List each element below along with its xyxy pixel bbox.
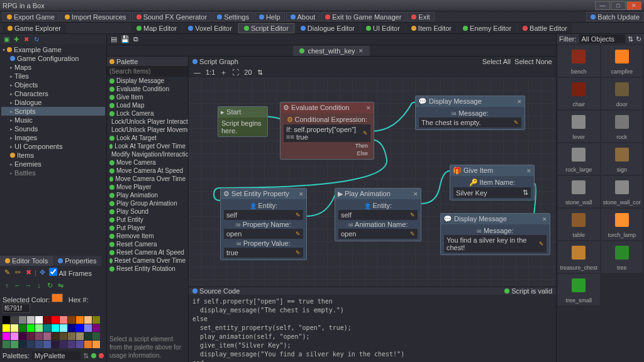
import-resources-button[interactable]: Import Resources xyxy=(60,12,131,21)
new-icon[interactable]: ▣ xyxy=(3,35,10,43)
zoom-reset-button[interactable]: 1:1 xyxy=(206,69,215,76)
zoom-stepper-icon[interactable]: ⇅ xyxy=(257,69,263,77)
palette-item[interactable]: Give Item xyxy=(107,93,188,101)
color-swatch[interactable] xyxy=(27,332,35,340)
object-torch_lamp[interactable]: torch_lamp xyxy=(601,209,643,240)
color-swatch[interactable] xyxy=(92,324,100,332)
delete-icon[interactable]: ✖ xyxy=(23,35,30,43)
tree-items[interactable]: Items xyxy=(17,151,34,159)
color-swatch[interactable] xyxy=(43,324,51,332)
copy-doc-icon[interactable]: ⧉ xyxy=(133,35,138,43)
color-swatch[interactable] xyxy=(43,316,51,324)
tree-dialogue[interactable]: Dialogue xyxy=(14,99,42,106)
minimize-button[interactable]: — xyxy=(595,1,610,10)
palette-item[interactable]: Move Camera xyxy=(107,158,188,167)
palette-item[interactable]: Look At Target xyxy=(107,134,188,142)
color-swatch[interactable] xyxy=(60,341,67,348)
source-code-view[interactable]: if self.property["open"] == true then di… xyxy=(189,295,556,362)
move-tool-icon[interactable]: ✥ xyxy=(38,268,47,277)
close-button[interactable]: ✕ xyxy=(626,1,641,10)
color-swatch[interactable] xyxy=(52,316,59,324)
color-swatch[interactable] xyxy=(43,332,51,340)
palette-item[interactable]: Lock/Unlock Player Movement xyxy=(107,126,188,134)
tree-scripts[interactable]: Scripts xyxy=(14,107,36,115)
object-campfire[interactable]: campfire xyxy=(601,45,643,77)
object-table[interactable]: table xyxy=(558,209,600,240)
tree-ui[interactable]: UI Components xyxy=(14,143,62,150)
color-swatch[interactable] xyxy=(35,324,43,332)
node-evaluate-condition[interactable]: ⚙ Evaluate Condition✕ ⚙ Conditional Expr… xyxy=(280,102,374,160)
palette-item[interactable]: Put Entity xyxy=(107,216,188,224)
erase-tool-icon[interactable]: ✖ xyxy=(24,268,33,277)
color-swatch[interactable] xyxy=(27,341,35,348)
rotate-icon[interactable]: ↻ xyxy=(45,281,54,290)
palette-item[interactable]: Reset Camera xyxy=(107,240,188,248)
object-lever[interactable]: lever xyxy=(558,111,600,142)
filter-refresh-icon[interactable]: ↻ xyxy=(636,35,641,43)
color-swatch[interactable] xyxy=(11,324,18,332)
tab-dialogue-editor[interactable]: Dialogue Editor xyxy=(296,23,360,33)
color-swatch[interactable] xyxy=(27,316,35,324)
tree-tiles[interactable]: Tiles xyxy=(14,72,29,80)
color-swatch[interactable] xyxy=(3,341,10,348)
tab-battle-editor[interactable]: Battle Editor xyxy=(518,23,572,33)
filter-select[interactable]: All Objects xyxy=(579,35,626,43)
object-grid[interactable]: benchcampfirechairdoorleverrockrock_larg… xyxy=(557,44,644,362)
arrow-right-icon[interactable]: → xyxy=(24,281,33,290)
then-port[interactable]: Then xyxy=(284,142,370,150)
color-swatch[interactable] xyxy=(84,316,92,324)
color-swatch[interactable] xyxy=(35,332,43,340)
color-swatch[interactable] xyxy=(60,324,67,332)
palette-item[interactable]: Play Animation xyxy=(107,191,188,199)
edit-icon[interactable]: ✎ xyxy=(410,231,415,237)
sfx-generator-button[interactable]: Sound FX Generator xyxy=(132,12,212,21)
palette-item[interactable]: Reset Entity Rotation xyxy=(107,265,188,273)
all-frames-checkbox[interactable] xyxy=(49,268,57,276)
color-swatch[interactable] xyxy=(19,332,26,340)
add-palette-icon[interactable] xyxy=(91,353,96,358)
edit-icon[interactable]: ✎ xyxy=(296,231,301,237)
object-rock[interactable]: rock xyxy=(601,111,643,142)
add-icon[interactable]: ✚ xyxy=(13,35,20,43)
object-tree_small[interactable]: tree_small xyxy=(558,274,600,305)
object-door[interactable]: door xyxy=(601,78,643,109)
edit-icon[interactable]: ✎ xyxy=(296,250,301,256)
palette-item[interactable]: Load Map xyxy=(107,101,188,109)
color-swatch[interactable] xyxy=(3,324,10,332)
exit-button[interactable]: Exit xyxy=(407,12,434,21)
object-bench[interactable]: bench xyxy=(558,45,600,77)
palette-item[interactable]: Reset Camera At Speed xyxy=(107,248,188,256)
color-swatch[interactable] xyxy=(60,332,67,340)
color-swatch[interactable] xyxy=(60,316,67,324)
edit-icon[interactable]: ✎ xyxy=(514,119,519,126)
refresh-icon[interactable]: ↻ xyxy=(33,35,40,43)
palette-options-icon[interactable]: ⇅ xyxy=(83,352,89,360)
object-sign[interactable]: sign xyxy=(601,143,643,175)
color-swatch[interactable] xyxy=(68,324,75,332)
color-swatch[interactable] xyxy=(92,332,100,340)
else-port[interactable]: Else xyxy=(284,150,370,157)
color-swatch[interactable] xyxy=(3,332,10,340)
object-chair[interactable]: chair xyxy=(558,78,600,109)
node-display-message-2[interactable]: 💬 Display Message✕ ✉ Message: You find a… xyxy=(440,213,550,255)
color-swatch[interactable] xyxy=(76,324,84,332)
node-give-item[interactable]: 🎁 Give Item✕ 🔑 Item Name: Silver Key⇅ xyxy=(450,165,535,200)
tab-item-editor[interactable]: Item Editor xyxy=(406,23,457,33)
tab-map-editor[interactable]: Map Editor xyxy=(131,23,182,33)
object-stone_wall_cor[interactable]: stone_wall_cor xyxy=(601,176,643,207)
remove-palette-icon[interactable] xyxy=(99,353,104,358)
exit-to-manager-button[interactable]: Exit to Game Manager xyxy=(321,12,406,21)
color-swatch[interactable] xyxy=(84,324,92,332)
brush-tool-icon[interactable]: ✏ xyxy=(13,268,22,277)
close-node-icon[interactable]: ✕ xyxy=(299,191,304,197)
palette-item[interactable]: Modify Navigation/Interaction xyxy=(107,150,188,158)
color-swatch[interactable] xyxy=(76,332,84,340)
tab-editor-tools[interactable]: Editor Tools xyxy=(0,256,53,266)
close-node-icon[interactable]: ✕ xyxy=(413,191,418,197)
palette-item[interactable]: Move Camera Over Time xyxy=(107,175,188,183)
tree-root[interactable]: Example Game xyxy=(14,46,62,53)
edit-icon[interactable]: ✎ xyxy=(410,212,415,218)
arrow-down-icon[interactable]: ↓ xyxy=(35,281,43,290)
palette-item[interactable]: Lock/Unlock Player Interaction xyxy=(107,118,188,126)
color-swatch[interactable] xyxy=(19,341,26,348)
